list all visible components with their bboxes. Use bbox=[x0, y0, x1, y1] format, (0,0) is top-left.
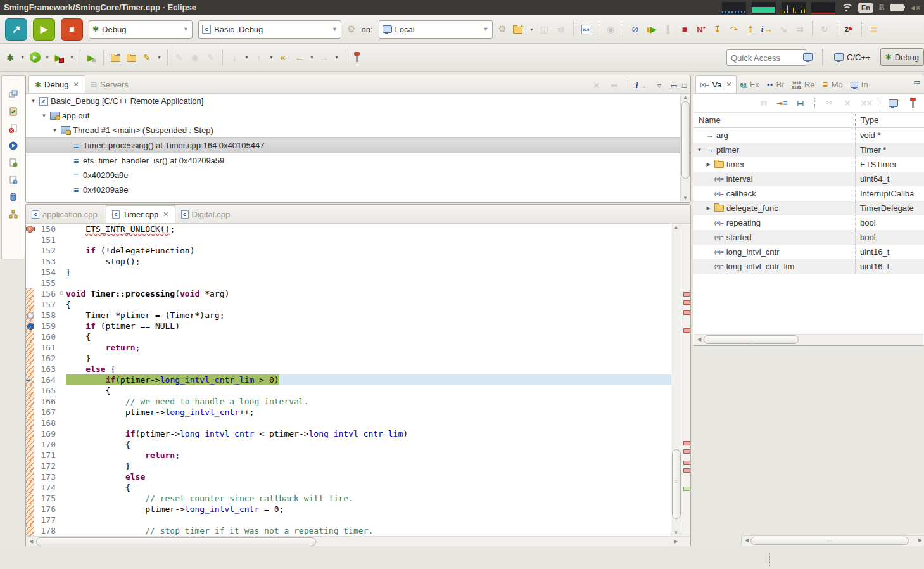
editor-horizontal-scrollbar[interactable]: ◀ ⋯ ▶ bbox=[26, 536, 690, 547]
flash-button[interactable]: ↗ bbox=[5, 18, 27, 41]
debug-browser-button[interactable]: ◉ bbox=[604, 22, 617, 37]
tab-debug[interactable]: ✱ Debug✕ bbox=[28, 75, 85, 93]
stop-button[interactable]: ■ bbox=[61, 18, 83, 41]
code-line-159[interactable]: 159 if (ptimer == NULL) bbox=[26, 321, 671, 331]
code-line-173[interactable]: 173 else bbox=[26, 471, 671, 482]
dropdown-arrow-icon[interactable]: ▼ bbox=[529, 27, 535, 32]
editor-tab-application-cpp[interactable]: capplication.cpp bbox=[26, 206, 103, 223]
variable-row-callback[interactable]: (×)=callbackInterruptCallba bbox=[693, 186, 924, 201]
save-all-button[interactable]: ⧉ bbox=[555, 22, 567, 37]
variable-row-interval[interactable]: (×)=intervaluint64_t bbox=[693, 172, 924, 186]
scroll-right-arrow[interactable]: ▶ bbox=[916, 537, 924, 543]
variable-row-timer[interactable]: ▶timerETSTimer bbox=[693, 157, 924, 172]
open-resource-button[interactable] bbox=[109, 50, 122, 65]
code-line-157[interactable]: 157{ bbox=[26, 299, 671, 310]
overview-red-mark[interactable] bbox=[683, 441, 690, 445]
maximize-icon[interactable]: □ bbox=[682, 82, 687, 89]
toggle-mark-button[interactable]: ◉ bbox=[189, 50, 201, 65]
bluetooth-icon[interactable]: Ƀ bbox=[879, 0, 885, 15]
stack-frame-row[interactable]: ≡ets_timer_handler_isr() at 0x40209a59 bbox=[26, 153, 690, 168]
variable-row-long_intvl_cntr_lim[interactable]: (×)=long_intvl_cntr_limuint16_t bbox=[693, 259, 924, 274]
save-button[interactable]: ◫ bbox=[538, 22, 551, 37]
variable-row-arg[interactable]: →argvoid * bbox=[693, 128, 924, 143]
code-line-164[interactable]: →164 if(ptimer->long_intvl_cntr_lim > 0) bbox=[26, 374, 671, 385]
edit-marker-button[interactable]: ✎ bbox=[205, 50, 217, 65]
stack-frame-row[interactable]: ≡0x40209a9e bbox=[26, 182, 690, 197]
code-line-151[interactable]: 151 bbox=[26, 234, 671, 245]
annotations-button[interactable]: ✎ bbox=[141, 50, 153, 65]
pin-view-button[interactable] bbox=[906, 96, 919, 111]
watch-button[interactable]: ⚯ bbox=[823, 96, 835, 111]
variable-row-delegate_func[interactable]: ▶delegate_funcTimerDelegate bbox=[693, 201, 924, 215]
drop-to-frame-button[interactable]: ⇘ bbox=[777, 22, 790, 37]
step-over-button[interactable]: ↷ bbox=[728, 22, 740, 37]
overview-red-mark[interactable] bbox=[683, 328, 690, 333]
launch-mode-combo[interactable]: ✱ Debug▼ bbox=[89, 20, 193, 39]
stack-frame-row[interactable]: ≡Timer::processing() at Timer.cpp:164 0x… bbox=[26, 137, 690, 153]
bug-marker-icon[interactable] bbox=[27, 226, 34, 233]
variable-row-ptimer[interactable]: ▼→ptimerTimer * bbox=[693, 143, 924, 157]
code-line-169[interactable]: 169 if(ptimer->long_intvl_cntr < ptimer-… bbox=[26, 428, 671, 439]
variable-row-started[interactable]: (×)=startedbool bbox=[693, 230, 924, 245]
rail-browser-file-icon[interactable] bbox=[2, 175, 25, 185]
mark-occurrences-button[interactable]: ✎ bbox=[173, 50, 186, 65]
code-line-158[interactable]: 158 Timer *ptimer = (Timer*)arg; bbox=[26, 310, 671, 321]
view-menu-icon[interactable]: ▽ bbox=[653, 78, 666, 93]
disk-monitor-indicator[interactable] bbox=[811, 2, 835, 14]
tab-interrupts[interactable]: In bbox=[847, 76, 872, 93]
code-line-167[interactable]: 167 ptimer->long_intvl_cntr++; bbox=[26, 407, 671, 418]
view-modules-button[interactable]: ≣ bbox=[868, 22, 880, 37]
next-annotation-button[interactable]: ↓ bbox=[228, 50, 241, 65]
code-line-170[interactable]: 170 { bbox=[26, 439, 671, 450]
code-line-166[interactable]: 166 // we need to handle a long interval… bbox=[26, 396, 671, 407]
prev-annotation-button[interactable]: ↑ bbox=[253, 50, 265, 65]
code-line-177[interactable]: 177 bbox=[26, 515, 671, 525]
code-line-153[interactable]: 153 stop(); bbox=[26, 256, 671, 267]
forward-button[interactable]: → bbox=[318, 50, 331, 65]
debug-tree-row[interactable]: ▼cBasic_Debug [C/C++ Remote Application] bbox=[26, 94, 690, 108]
variables-horizontal-scrollbar[interactable]: ◀ ⋯ bbox=[694, 334, 923, 345]
disconnect-button[interactable]: N● bbox=[695, 22, 707, 37]
overview-red-mark[interactable] bbox=[683, 449, 690, 454]
rail-debug-file-icon[interactable] bbox=[2, 158, 25, 168]
disconnect-view-button[interactable]: ⚯ bbox=[608, 78, 621, 93]
rail-problems-icon[interactable] bbox=[2, 124, 25, 134]
tab-modules[interactable]: ≣Mo bbox=[819, 76, 847, 93]
toggle-skip-all-breakpoints-button[interactable]: ⊘ bbox=[629, 22, 642, 37]
cpu-monitor-indicator[interactable] bbox=[782, 2, 806, 14]
editor-vertical-scrollbar[interactable]: ▲ ≡ ▼ bbox=[671, 224, 681, 536]
scroll-left-arrow[interactable]: ◀ bbox=[27, 539, 35, 544]
code-line-172[interactable]: 172 } bbox=[26, 461, 671, 471]
code-line-162[interactable]: 162 } bbox=[26, 353, 671, 364]
restart-button[interactable]: ↻ bbox=[818, 22, 831, 37]
code-line-165[interactable]: 165 { bbox=[26, 385, 671, 396]
volume-muted-icon[interactable]: ◄× bbox=[909, 0, 920, 15]
overview-red-mark[interactable] bbox=[683, 310, 690, 315]
bottom-right-scrollbar[interactable]: ◀ ⋯ ▶ bbox=[741, 535, 924, 547]
open-element-button[interactable] bbox=[125, 50, 137, 65]
new-launch-wizard-button[interactable]: ✦ bbox=[512, 22, 525, 37]
step-into-button[interactable]: ↧ bbox=[711, 22, 724, 37]
rail-tasks-icon[interactable] bbox=[2, 106, 25, 117]
dropdown-arrow-icon[interactable]: ▼ bbox=[309, 55, 315, 60]
instruction-stepping-button[interactable]: i→ bbox=[761, 22, 773, 37]
scroll-down-arrow[interactable]: ▼ bbox=[681, 195, 690, 201]
scroll-down-arrow[interactable]: ▼ bbox=[671, 530, 681, 535]
tab-variables[interactable]: (x)=Va✕ bbox=[695, 75, 737, 93]
code-line-152[interactable]: 152 if (!delegateFunction) bbox=[26, 245, 671, 256]
keyboard-layout-indicator[interactable]: En bbox=[858, 3, 873, 13]
remove-all-button[interactable]: ✕✕ bbox=[859, 96, 872, 111]
column-name[interactable]: Name bbox=[693, 115, 855, 125]
remove-terminated-button[interactable]: ✕ bbox=[590, 78, 603, 93]
dropdown-arrow-icon[interactable]: ▼ bbox=[269, 55, 274, 60]
code-line-150[interactable]: 150 ETS_INTR_UNLOCK(); bbox=[26, 224, 671, 234]
last-edit-location-button[interactable]: ↞ bbox=[277, 50, 290, 65]
overview-green-mark[interactable] bbox=[683, 487, 690, 491]
debug-vertical-scrollbar[interactable]: ▲ ▼ bbox=[680, 94, 690, 201]
open-perspective-button[interactable]: ✦ bbox=[802, 49, 815, 65]
perspective-cpp-button[interactable]: C/C++ bbox=[830, 49, 875, 65]
remove-selected-button[interactable]: ✕ bbox=[841, 96, 854, 111]
dropdown-arrow-icon[interactable]: ▼ bbox=[334, 55, 339, 60]
show-logical-structure-button[interactable]: ⇥≣ bbox=[776, 96, 788, 111]
code-line-171[interactable]: 171 return; bbox=[26, 450, 671, 461]
